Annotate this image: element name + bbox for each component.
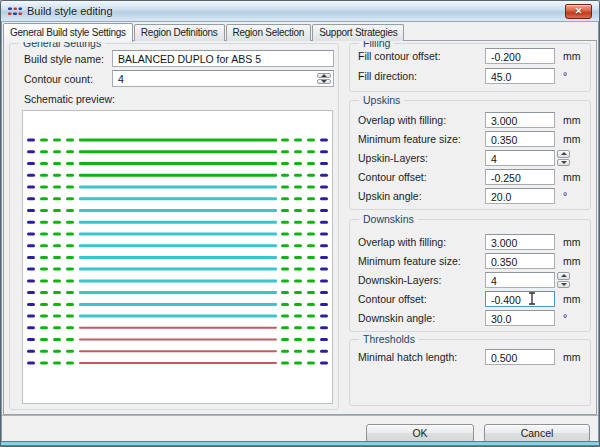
preview-line-segment bbox=[281, 279, 289, 282]
preview-line-segment bbox=[307, 279, 315, 282]
tab-strip: General Build style SettingsRegion Defin… bbox=[3, 22, 405, 41]
preview-line-segment bbox=[40, 256, 48, 259]
preview-line-segment bbox=[66, 221, 74, 224]
tab-region-definitions[interactable]: Region Definitions bbox=[134, 24, 225, 41]
chevron-up-icon bbox=[561, 274, 567, 277]
upskins-contour-offset-value: -0.250 bbox=[491, 172, 521, 184]
preview-line-segment bbox=[66, 186, 74, 189]
preview-line-segment bbox=[281, 162, 289, 165]
downskins-minimum-feature-size-input[interactable]: 0.350 bbox=[485, 253, 555, 269]
filling-fill-contour-offset-label: Fill contour offset: bbox=[358, 50, 441, 62]
upskins-overlap-with-filling-input[interactable]: 3.000 bbox=[485, 112, 555, 128]
contour-count-spin-up-button[interactable] bbox=[317, 73, 331, 78]
preview-line-segment bbox=[27, 209, 35, 212]
preview-line-segment bbox=[40, 350, 48, 353]
build-style-name-input[interactable]: BALANCED DUPLO for ABS 5 bbox=[112, 50, 334, 67]
downskins-contour-offset-input[interactable]: -0.400 bbox=[485, 291, 555, 307]
upskins-contour-offset-input[interactable]: -0.250 bbox=[485, 169, 555, 185]
preview-line-segment bbox=[27, 315, 35, 318]
contour-count-label: Contour count: bbox=[24, 73, 93, 85]
preview-line-segment bbox=[294, 209, 302, 212]
preview-line-segment bbox=[27, 150, 35, 153]
preview-line-segment bbox=[79, 186, 277, 189]
downskins-overlap-with-filling-value: 3.000 bbox=[491, 237, 517, 249]
preview-line-segment bbox=[320, 315, 328, 318]
preview-line-segment bbox=[294, 362, 302, 365]
tab-general-build-style-settings[interactable]: General Build style Settings bbox=[3, 23, 133, 42]
upskins-upskin-layers-spin-up-button[interactable] bbox=[557, 150, 570, 158]
preview-line-segment bbox=[27, 362, 35, 365]
preview-line-segment bbox=[40, 315, 48, 318]
chevron-down-icon bbox=[321, 80, 327, 83]
preview-line-segment bbox=[27, 268, 35, 271]
preview-line-segment bbox=[281, 350, 289, 353]
preview-line-segment bbox=[27, 186, 35, 189]
preview-line-segment bbox=[281, 186, 289, 189]
preview-line-segment bbox=[281, 209, 289, 212]
downskins-overlap-with-filling-input[interactable]: 3.000 bbox=[485, 234, 555, 250]
preview-line-segment bbox=[53, 186, 61, 189]
upskins-upskin-angle-label: Upskin angle: bbox=[358, 190, 422, 202]
close-button[interactable]: ✕ bbox=[565, 4, 592, 19]
downskins-overlap-with-filling-unit: mm bbox=[563, 236, 581, 248]
tab-region-selection[interactable]: Region Selection bbox=[226, 24, 312, 41]
thresholds-minimal-hatch-length-input[interactable]: 0.500 bbox=[485, 349, 555, 365]
preview-line-segment bbox=[79, 268, 277, 271]
preview-line-segment bbox=[294, 186, 302, 189]
downskins-downskin-layers-input[interactable]: 4 bbox=[485, 272, 555, 288]
contour-count-value: 4 bbox=[118, 73, 124, 85]
preview-line-segment bbox=[40, 139, 48, 142]
preview-line-segment bbox=[320, 279, 328, 282]
preview-line-segment bbox=[307, 315, 315, 318]
build-style-name-value: BALANCED DUPLO for ABS 5 bbox=[118, 53, 261, 65]
filling-fill-contour-offset-unit: mm bbox=[563, 50, 581, 62]
tab-support-strategies[interactable]: Support Strategies bbox=[312, 24, 404, 41]
titlebar: Build style editing ✕ bbox=[1, 1, 599, 22]
filling-fill-contour-offset-input[interactable]: -0.200 bbox=[485, 48, 555, 64]
preview-line-segment bbox=[281, 244, 289, 247]
preview-line-segment bbox=[320, 303, 328, 306]
preview-line-segment bbox=[281, 139, 289, 142]
group-label-upskins: Upskins bbox=[359, 94, 404, 106]
preview-line-segment bbox=[320, 197, 328, 200]
preview-line-segment bbox=[27, 174, 35, 177]
preview-line-segment bbox=[320, 209, 328, 212]
preview-line-segment bbox=[307, 221, 315, 224]
upskins-minimum-feature-size-input[interactable]: 0.350 bbox=[485, 131, 555, 147]
preview-line-segment bbox=[66, 150, 74, 153]
preview-line-segment bbox=[281, 197, 289, 200]
preview-line-segment bbox=[66, 291, 74, 294]
preview-line-segment bbox=[79, 350, 277, 352]
filling-fill-direction-input[interactable]: 45.0 bbox=[485, 68, 555, 84]
upskins-overlap-with-filling-label: Overlap with filling: bbox=[358, 114, 446, 126]
upskins-upskin-angle-input[interactable]: 20.0 bbox=[485, 188, 555, 204]
preview-line-segment bbox=[281, 291, 289, 294]
preview-line-segment bbox=[281, 315, 289, 318]
preview-line-segment bbox=[281, 303, 289, 306]
preview-line-segment bbox=[27, 256, 35, 259]
upskins-upskin-layers-input[interactable]: 4 bbox=[485, 150, 555, 166]
preview-line-segment bbox=[27, 291, 35, 294]
upskins-upskin-layers-spin-down-button[interactable] bbox=[557, 159, 570, 167]
preview-line-segment bbox=[79, 327, 277, 329]
preview-line-segment bbox=[27, 221, 35, 224]
preview-line-segment bbox=[79, 221, 277, 224]
preview-line-segment bbox=[281, 362, 289, 365]
preview-line-segment bbox=[294, 232, 302, 235]
downskins-downskin-layers-spin-down-button[interactable] bbox=[557, 281, 570, 289]
downskins-downskin-angle-input[interactable]: 30.0 bbox=[485, 310, 555, 326]
preview-line-segment bbox=[320, 244, 328, 247]
upskins-upskin-angle-value: 20.0 bbox=[491, 191, 511, 203]
group-label-thresholds: Thresholds bbox=[359, 333, 419, 345]
contour-count-input[interactable]: 4 bbox=[112, 70, 334, 87]
preview-line-segment bbox=[53, 315, 61, 318]
preview-line-segment bbox=[307, 326, 315, 329]
preview-line-segment bbox=[320, 362, 328, 365]
contour-count-spin-down-button[interactable] bbox=[317, 79, 331, 84]
downskins-downskin-layers-spin-up-button[interactable] bbox=[557, 272, 570, 280]
downskins-downskin-angle-label: Downskin angle: bbox=[358, 312, 435, 324]
build-style-name-label: Build style name: bbox=[24, 53, 104, 65]
upskins-minimum-feature-size-unit: mm bbox=[563, 133, 581, 145]
preview-line-segment bbox=[294, 291, 302, 294]
group-general-settings: General Settings Build style name: BALAN… bbox=[9, 43, 339, 410]
